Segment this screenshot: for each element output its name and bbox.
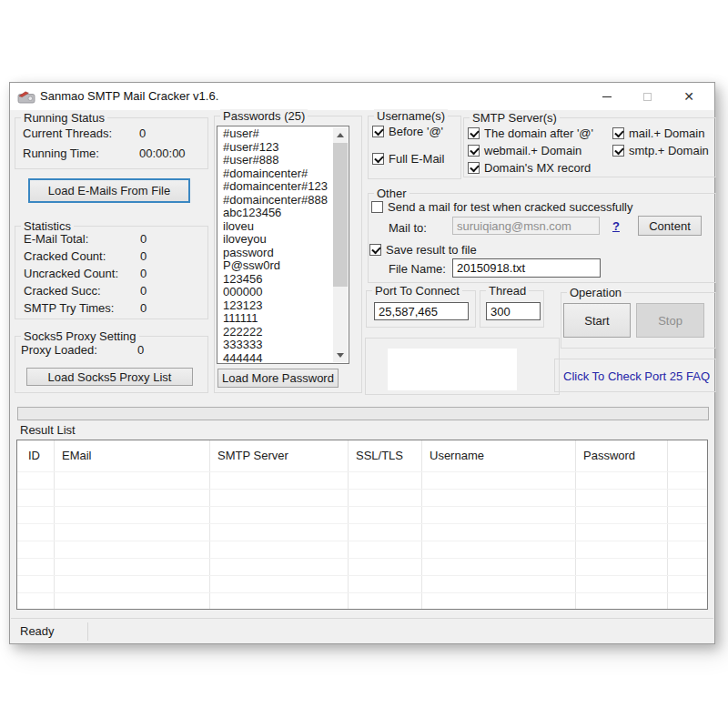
checkbox-label: Full E-Mail [389, 152, 444, 166]
password-item[interactable]: #domaincenter#888 [217, 194, 349, 207]
password-item[interactable]: 333333 [217, 339, 349, 352]
checkbox-label: Before '@' [389, 125, 443, 138]
checkbox-label: Domain's MX record [484, 161, 591, 175]
stat-label: Current Threads: [23, 126, 112, 140]
checkbox-row: mail.+ Domain [612, 126, 709, 140]
column-header[interactable]: SSL/TLS [349, 440, 421, 462]
column-header[interactable]: EMail [55, 440, 209, 462]
column-header[interactable]: SMTP Server [210, 440, 348, 462]
thread-title: Thread [486, 284, 529, 298]
scroll-down-icon [337, 353, 344, 358]
password-item[interactable]: #user# [217, 127, 349, 141]
operation-title: Operation [567, 286, 624, 299]
table-row-line [17, 592, 707, 593]
stat-label: Cracked Count: [24, 249, 106, 263]
checkbox-checked[interactable] [369, 244, 381, 256]
stat-row: SMTP Try Times:0 [24, 301, 202, 318]
table-row-line [17, 541, 707, 541]
checkbox-checked[interactable] [468, 162, 480, 174]
password-item[interactable]: #user#888 [217, 154, 349, 167]
help-link[interactable]: ? [612, 219, 620, 233]
table-column-password: Password [576, 440, 668, 609]
column-header[interactable]: Username [422, 440, 575, 462]
mail-to-input[interactable] [452, 217, 600, 235]
titlebar[interactable]: Sanmao SMTP Mail Cracker v1.6. ✕ [10, 83, 714, 110]
stat-label: E-Mail Total: [24, 232, 88, 246]
password-item[interactable]: #domaincenter# [217, 167, 349, 181]
scroll-up-button[interactable] [333, 127, 348, 142]
password-item[interactable]: #user#123 [217, 141, 349, 155]
minimize-icon [602, 96, 612, 97]
check-port-link[interactable]: Click To Check Port 25 [563, 369, 682, 383]
load-more-password-button[interactable]: Load More Password [217, 369, 339, 388]
password-item[interactable]: P@ssw0rd [217, 259, 349, 273]
password-item[interactable]: password [217, 247, 349, 260]
statistics-title: Statistics [21, 219, 74, 233]
stat-value: 0 [139, 126, 146, 140]
minimize-button[interactable] [586, 83, 627, 110]
result-list-title: Result List [20, 423, 76, 437]
stat-value: 00:00:00 [139, 147, 186, 160]
checkbox-checked[interactable] [612, 127, 624, 139]
checkbox-checked[interactable] [468, 127, 480, 139]
stat-value: 0 [140, 249, 147, 263]
stop-button[interactable]: Stop [636, 303, 704, 338]
checkbox-checked[interactable] [372, 126, 384, 137]
password-item[interactable]: 123456 [217, 273, 349, 287]
checkbox-checked[interactable] [468, 145, 480, 157]
scrollbar-thumb[interactable] [333, 143, 348, 287]
stat-value: 0 [140, 301, 147, 315]
file-name-input[interactable] [452, 258, 601, 278]
password-item[interactable]: iloveyou [217, 233, 349, 247]
start-button[interactable]: Start [563, 303, 631, 338]
logo-box-group [365, 338, 560, 395]
table-column-email: EMail [55, 440, 210, 609]
smtp-servers-col1: The domain after '@'webmail.+ DomainDoma… [468, 126, 593, 175]
load-socks5-button[interactable]: Load Socks5 Proxy List [26, 368, 193, 386]
maximize-button[interactable] [627, 83, 668, 110]
password-item[interactable]: 000000 [217, 286, 349, 299]
column-header[interactable]: ID [17, 440, 54, 462]
password-item[interactable]: 123123 [217, 299, 349, 313]
stat-row: E-Mail Total:0 [24, 232, 202, 249]
password-item[interactable]: iloveu [217, 220, 349, 234]
stat-label: Proxy Loaded: [21, 343, 97, 357]
checkbox-checked[interactable] [372, 153, 384, 165]
thread-input[interactable] [486, 302, 541, 320]
password-item[interactable]: #domaincenter#123 [217, 180, 349, 194]
statusbar-divider [87, 622, 88, 641]
password-item[interactable]: 222222 [217, 326, 349, 339]
port-title: Port To Connect [372, 284, 462, 298]
port-input[interactable] [374, 302, 469, 320]
passwords-scrollbar[interactable] [333, 127, 348, 362]
column-header[interactable]: Password [576, 440, 667, 462]
passwords-listbox[interactable]: #user##user#123#user#888#domaincenter##d… [217, 126, 349, 364]
close-button[interactable]: ✕ [668, 83, 710, 110]
window-title: Sanmao SMTP Mail Cracker v1.6. [40, 89, 218, 103]
socks5-rows: Proxy Loaded:0 [21, 343, 202, 360]
checkbox-row: Send a mail for test when cracked succes… [371, 200, 633, 214]
password-item[interactable]: abc123456 [217, 207, 349, 220]
scroll-down-button[interactable] [333, 348, 348, 362]
checkbox-checked[interactable] [612, 145, 624, 157]
checkbox-label: Send a mail for test when cracked succes… [388, 200, 633, 214]
load-emails-button[interactable]: Load E-Mails From File [28, 178, 190, 203]
content-button[interactable]: Content [638, 216, 702, 236]
stat-row: Cracked Count:0 [24, 249, 202, 267]
result-table[interactable]: IDEMailSMTP ServerSSL/TLSUsernamePasswor… [16, 440, 708, 610]
maximize-icon [643, 93, 652, 101]
password-item[interactable]: 111111 [217, 312, 349, 326]
checkbox-unchecked[interactable] [371, 201, 383, 213]
scroll-up-icon [337, 133, 344, 137]
smtp-servers-title: SMTP Server(s) [470, 111, 560, 125]
table-row-line [17, 471, 707, 472]
passwords-items: #user##user#123#user#888#domaincenter##d… [217, 126, 349, 364]
checkbox-label: mail.+ Domain [629, 126, 704, 140]
table-row-line [17, 506, 707, 507]
checkbox-row: Full E-Mail [372, 152, 444, 166]
checkbox-label: smtp.+ Domain [629, 144, 709, 157]
password-item[interactable]: 444444 [217, 352, 349, 365]
faq-link[interactable]: FAQ [686, 369, 710, 383]
mail-to-label: Mail to: [389, 221, 427, 235]
desktop: Sanmao SMTP Mail Cracker v1.6. ✕ Running… [0, 0, 728, 728]
